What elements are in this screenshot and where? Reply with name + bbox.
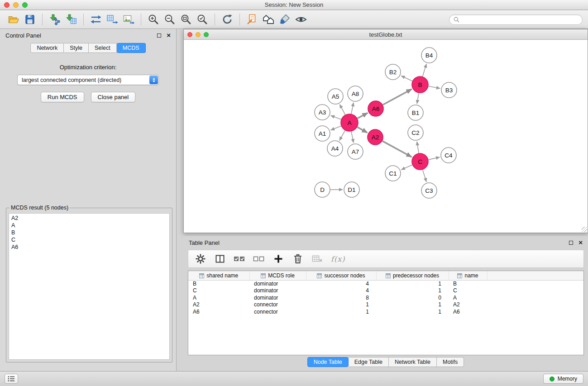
node-A3[interactable]: A3	[315, 105, 330, 120]
create-column-button[interactable]	[272, 253, 284, 265]
edge-B-B4[interactable]	[423, 64, 427, 76]
close-panel-icon[interactable]: ×	[578, 240, 583, 245]
node-A5[interactable]: A5	[328, 89, 343, 104]
memory-button[interactable]: Memory	[543, 374, 583, 384]
node-A[interactable]: A	[341, 114, 358, 131]
table-row[interactable]: A6connector11A6	[188, 308, 583, 315]
save-session-button[interactable]	[22, 12, 38, 27]
edge-A-A1[interactable]	[331, 126, 341, 130]
close-window-button[interactable]	[4, 2, 10, 8]
edge-C-C2[interactable]	[417, 142, 419, 153]
task-history-button[interactable]	[5, 374, 18, 384]
table-row[interactable]: Adominator80A	[188, 294, 583, 301]
node-D[interactable]: D	[315, 182, 330, 197]
table-cell[interactable]: 8	[306, 294, 376, 301]
table-cell[interactable]: B	[449, 280, 487, 287]
node-D1[interactable]: D1	[344, 182, 359, 197]
table-cell[interactable]: connector	[249, 308, 306, 315]
table-cell[interactable]: 4	[306, 287, 376, 295]
delete-column-button[interactable]	[292, 253, 304, 265]
network-canvas[interactable]: B4B2BB3A5A8A6A3B1AC2A1A2A4A7C4CC1DD1C3	[184, 40, 588, 233]
select-all-button[interactable]	[234, 253, 245, 265]
table-mode-button[interactable]	[195, 253, 206, 265]
table-cell[interactable]: C	[188, 287, 249, 295]
table-row[interactable]: Cdominator41C	[188, 287, 583, 295]
import-network-button[interactable]	[47, 12, 63, 27]
zoom-fit-button[interactable]	[178, 12, 194, 27]
mcds-result-item[interactable]: C	[11, 236, 167, 243]
node-C1[interactable]: C1	[385, 166, 401, 181]
table-cell[interactable]: A	[449, 294, 487, 301]
edge-A-A7[interactable]	[351, 132, 354, 143]
table-cell[interactable]: 1	[376, 280, 449, 287]
close-panel-button[interactable]: Close panel	[91, 92, 136, 102]
table-cell[interactable]: 1	[376, 301, 449, 309]
edge-B-B2[interactable]	[401, 76, 412, 81]
column-header-shared-name[interactable]: shared name	[188, 271, 249, 280]
mcds-result-item[interactable]: A2	[11, 214, 167, 222]
table-cell[interactable]: connector	[249, 301, 306, 309]
node-B3[interactable]: B3	[441, 82, 457, 98]
node-C[interactable]: C	[412, 153, 428, 170]
edge-A-A8[interactable]	[351, 103, 354, 114]
zoom-in-button[interactable]	[145, 12, 162, 27]
edge-A-A4[interactable]	[339, 130, 345, 140]
zoom-window-button[interactable]	[22, 2, 28, 8]
float-panel-icon[interactable]	[569, 241, 573, 245]
table-row[interactable]: A2connector11A2	[188, 301, 583, 309]
tab-network-table[interactable]: Network Table	[389, 357, 437, 367]
node-B2[interactable]: B2	[385, 64, 401, 80]
home-button[interactable]	[260, 12, 277, 27]
table-cell[interactable]: A6	[188, 308, 249, 315]
close-panel-icon[interactable]: ×	[167, 33, 171, 38]
tab-mcds[interactable]: MCDS	[117, 43, 146, 53]
edge-C-C4[interactable]	[429, 157, 440, 160]
node-B1[interactable]: B1	[408, 105, 423, 120]
table-cell[interactable]: dominator	[249, 287, 306, 295]
zoom-out-button[interactable]	[162, 12, 178, 27]
export-image-button[interactable]	[120, 12, 137, 27]
column-header-predecessor-nodes[interactable]: predecessor nodes	[376, 271, 449, 280]
tab-network[interactable]: Network	[30, 43, 64, 53]
table-cell[interactable]: 0	[376, 294, 449, 301]
apply-layout-button[interactable]	[219, 12, 235, 27]
node-C3[interactable]: C3	[421, 183, 437, 198]
table-row[interactable]: Bdominator41B	[188, 280, 583, 287]
tab-style[interactable]: Style	[64, 43, 89, 53]
table-cell[interactable]: 1	[306, 301, 376, 309]
edge-C-C1[interactable]	[401, 165, 412, 170]
table-cell[interactable]: 1	[306, 308, 376, 315]
show-columns-button[interactable]	[214, 253, 226, 265]
mcds-result-item[interactable]: B	[11, 229, 167, 236]
node-C2[interactable]: C2	[408, 125, 423, 140]
table-cell[interactable]: 1	[376, 308, 449, 315]
edge-B-B1[interactable]	[417, 93, 419, 104]
tab-node-table[interactable]: Node Table	[307, 357, 349, 367]
minimize-window-button[interactable]	[13, 2, 19, 8]
table-cell[interactable]: B	[188, 280, 249, 287]
export-table-button[interactable]	[104, 12, 120, 27]
table-cell[interactable]: C	[449, 287, 487, 295]
zoom-network-window-button[interactable]	[204, 32, 209, 37]
search-input[interactable]	[462, 16, 578, 23]
function-builder-button[interactable]: f(x)	[331, 253, 345, 265]
column-header-successor-nodes[interactable]: successor nodes	[306, 271, 376, 280]
node-A2[interactable]: A2	[368, 129, 383, 145]
node-A8[interactable]: A8	[348, 86, 363, 101]
column-header-name[interactable]: name	[449, 271, 487, 280]
column-header-MCDS-role[interactable]: MCDS role	[249, 271, 306, 280]
optimization-criterion-select[interactable]: largest connected component (directed)	[17, 75, 159, 85]
table-cell[interactable]: A2	[449, 301, 487, 309]
mcds-result-list[interactable]: A2ABCA6	[9, 213, 170, 360]
run-mcds-button[interactable]: Run MCDS	[41, 92, 84, 102]
node-A7[interactable]: A7	[348, 144, 363, 159]
float-panel-icon[interactable]	[157, 33, 161, 38]
node-A4[interactable]: A4	[327, 141, 343, 156]
tab-motifs[interactable]: Motifs	[437, 357, 464, 367]
resize-grip[interactable]	[582, 227, 587, 232]
node-C4[interactable]: C4	[441, 148, 456, 163]
edge-A-A3[interactable]	[331, 115, 341, 119]
mcds-result-item[interactable]: A6	[11, 243, 167, 251]
style-brush-button[interactable]	[277, 12, 293, 27]
table-cell[interactable]: A	[188, 294, 249, 301]
